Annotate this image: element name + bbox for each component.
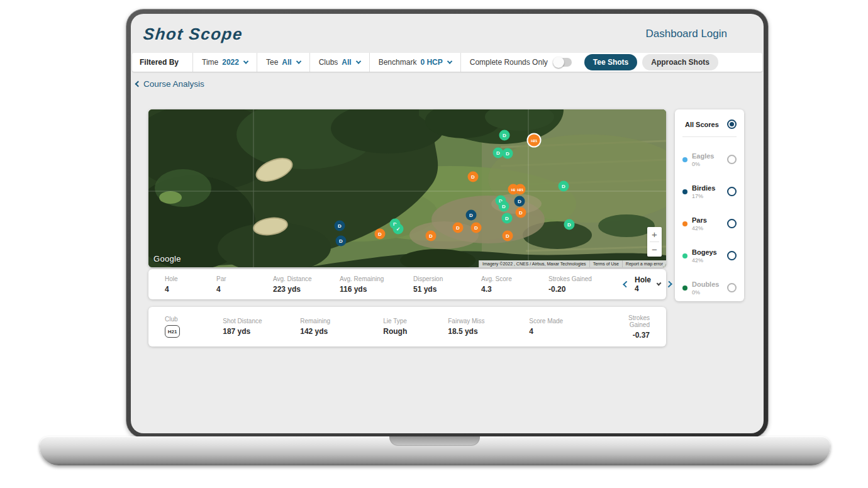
legend-name: Pars [692,216,723,224]
legend-item-doubles[interactable]: Doubles0% [682,272,737,304]
hole-nav-label: Hole 4 [635,275,653,293]
all-scores-row[interactable]: All Scores [682,117,737,137]
next-hole-button[interactable] [665,281,672,288]
stat-value: 142 yds [300,327,383,336]
filter-label: Clubs [319,58,338,67]
filter-dropdown-time[interactable]: Time2022 [193,53,257,72]
shot-shot-distance: Shot Distance187 yds [223,318,300,336]
shot-marker-birdie[interactable]: D [466,210,477,221]
stat-value: 116 yds [340,285,413,294]
hole-select-dropdown[interactable]: Hole 4 [635,275,660,293]
legend-name: Bogeys [692,248,723,256]
stat-avg-distance: Avg. Distance223 yds [273,275,340,294]
radio-doubles[interactable] [727,283,737,292]
shot-marker-par[interactable]: D [453,223,464,233]
score-legend-items: Eagles0%Birdies17%Pars42%Bogeys42%Double… [682,143,737,304]
radio-birdies[interactable] [727,187,737,196]
strokes-gained-value: -0.37 [633,331,650,340]
stat-value: 4.3 [481,285,548,294]
legend-item-pars[interactable]: Pars42% [682,208,737,240]
strokes-gained-column: Strokes Gained -0.37 [611,314,650,340]
shot-marker-par[interactable]: D [503,231,513,241]
legend-name: Eagles [692,152,723,160]
shot-marker-bogey[interactable]: D [564,219,575,230]
shot-marker-birdie[interactable]: D [515,196,525,207]
legend-name: Doubles [692,280,723,288]
stat-label: Par [216,275,273,282]
legend-name: Birdies [692,184,723,192]
legend-texts: Birdies17% [692,184,723,199]
toggle-knob [553,57,564,68]
complete-rounds-toggle[interactable] [553,58,572,67]
all-scores-radio[interactable] [727,119,737,129]
google-logo: Google [153,254,181,263]
chevron-down-icon [296,58,301,64]
stat-avg-remaining: Avg. Remaining116 yds [340,275,413,294]
stat-par: Par4 [216,275,273,294]
stat-value: -0.20 [548,285,624,294]
shot-marker-birdie[interactable]: D [335,221,345,231]
shot-marker-bogey[interactable]: D [559,181,569,192]
previous-hole-button[interactable] [623,281,630,288]
legend-item-eagles[interactable]: Eagles0% [682,143,737,175]
legend-texts: Bogeys42% [692,248,723,263]
shot-marker-bogey[interactable]: D [502,213,513,224]
stat-value: 18.5 yds [448,327,529,336]
tab-tee-shots[interactable]: Tee Shots [584,54,637,70]
map-zoom-control: + − [647,227,662,257]
laptop-screen-bezel: Shot Scope Dashboard Login Filtered By T… [126,9,769,438]
stat-value: 4 [216,285,273,294]
shot-marker-birdie[interactable]: D [336,236,347,247]
radio-eagles[interactable] [727,155,737,164]
shot-marker-par[interactable]: D [375,229,386,240]
shot-marker-bogey[interactable]: ✓ [393,224,404,235]
page: Shot Scope Dashboard Login Filtered By T… [0,0,868,488]
stat-label: Shot Distance [223,318,300,324]
zoom-out-button[interactable]: − [647,242,662,257]
radio-bogeys[interactable] [727,251,737,260]
stat-value: 51 yds [413,285,481,294]
complete-rounds-toggle-group: Complete Rounds Only [461,53,581,72]
shot-detail-card: Club H21 Shot Distance187 ydsRemaining14… [148,307,666,347]
shot-marker-par[interactable]: D [468,172,479,182]
filter-dropdown-clubs[interactable]: ClubsAll [310,53,370,72]
report-map-error-link[interactable]: Report a map error [622,260,666,267]
shot-marker-par[interactable]: D [471,223,482,233]
shot-marker-bogey[interactable]: D [499,130,510,141]
filter-value: All [282,58,291,67]
stat-label: Dispersion [413,275,481,282]
shot-marker-par[interactable]: H21 [528,135,540,147]
course-analysis-back-link[interactable]: Course Analysis [136,79,204,89]
stat-label: Avg. Score [481,275,548,282]
legend-item-bogeys[interactable]: Bogeys42% [682,240,737,272]
strokes-gained-label: Strokes Gained [611,314,650,328]
filter-value: All [342,58,351,67]
shot-marker-par[interactable]: H21 [515,184,526,195]
zoom-in-button[interactable]: + [647,227,662,241]
stat-label: Remaining [300,318,383,324]
radio-pars[interactable] [727,219,737,228]
score-color-dot [682,286,687,291]
score-color-dot [682,253,687,258]
terms-of-use-link[interactable]: Terms of Use [589,260,622,267]
score-color-dot [682,221,687,226]
legend-texts: Doubles0% [692,280,723,296]
tab-approach-shots[interactable]: Approach Shots [642,54,718,70]
shot-marker-bogey[interactable]: D [499,201,509,212]
stat-strokes-gained: Strokes Gained-0.20 [548,275,624,294]
legend-percent: 0% [692,161,723,167]
stat-value: 187 yds [223,327,300,336]
shot-remaining: Remaining142 yds [300,318,383,336]
filter-dropdown-tee[interactable]: TeeAll [257,53,310,72]
stat-label: Fairway Miss [448,318,529,324]
shot-marker-bogey[interactable]: D [503,148,513,159]
dashboard-login-link[interactable]: Dashboard Login [646,28,727,40]
shot-marker-par[interactable]: D [426,231,437,241]
shot-marker-par[interactable]: D [516,208,526,218]
hole-stats-columns: Hole4Par4Avg. Distance223 ydsAvg. Remain… [165,275,624,294]
filter-dropdown-benchmark[interactable]: Benchmark0 HCP [370,53,461,72]
shot-score-made: Score Made4 [529,318,611,336]
chevron-down-icon [243,58,248,64]
legend-item-birdies[interactable]: Birdies17% [682,175,737,208]
course-map[interactable]: DH21DDDH2H21DDDDDDDD✓DDDDDDDD Google Ima… [148,109,666,267]
